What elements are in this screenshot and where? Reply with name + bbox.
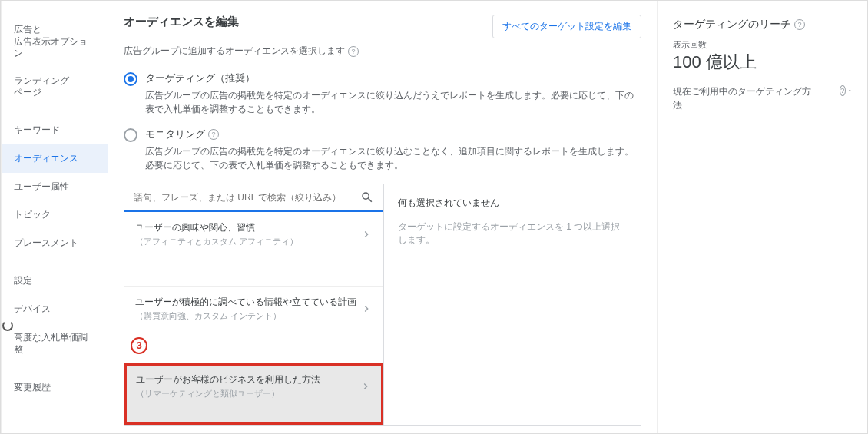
sidebar-item-change-history[interactable]: 変更履歴	[2, 373, 108, 402]
radio-desc-monitoring: 広告グループの広告の掲載先を特定のオーディエンスに絞り込むことなく、追加項目に関…	[145, 144, 641, 173]
chevron-right-icon	[360, 303, 373, 315]
chevron-right-icon	[360, 228, 373, 240]
impressions-label: 表示回数	[673, 39, 852, 51]
annotation-marker-3: 3	[131, 337, 147, 354]
help-icon[interactable]: ?	[348, 46, 359, 57]
radio-label-monitoring: モニタリング ?	[145, 128, 641, 141]
option-in-market-sub: （購買意向強、カスタム インテント）	[135, 310, 356, 322]
reach-panel: ターゲティングのリーチ ? 表示回数 100 億以上 現在ご利用中のターゲティン…	[657, 1, 867, 433]
option-remarketing-title: ユーザーがお客様のビジネスを利用した方法	[136, 373, 320, 386]
impressions-value: 100 億以上	[673, 51, 852, 74]
option-affinity[interactable]: ユーザーの興味や関心、習慣 （アフィニティとカスタム アフィニティ）	[124, 212, 383, 257]
search-input[interactable]	[134, 192, 360, 203]
help-icon[interactable]: ?	[794, 19, 805, 30]
help-icon[interactable]: ?	[840, 85, 846, 96]
radio-button-targeting[interactable]	[124, 72, 137, 86]
sidebar-item-placements[interactable]: プレースメント	[2, 229, 108, 257]
chevron-down-icon	[847, 85, 852, 96]
subtitle-text: 広告グループに追加するオーディエンスを選択します	[124, 45, 345, 58]
radio-label-targeting: ターゲティング（推奨）	[145, 71, 641, 85]
edit-all-targeting-button[interactable]: すべてのターゲット設定を編集	[492, 15, 641, 38]
audience-picker: ユーザーの興味や関心、習慣 （アフィニティとカスタム アフィニティ） ユーザーが…	[124, 184, 384, 425]
option-remarketing-wrap: 3 ユーザーがお客様のビジネスを利用した方法 （リマーケティングと類似ユーザー）	[124, 363, 383, 425]
sidebar-item-bid-adjustments[interactable]: 高度な入札単価調整	[2, 323, 108, 365]
option-remarketing-sub: （リマーケティングと類似ユーザー）	[136, 388, 320, 399]
page-subtitle: 広告グループに追加するオーディエンスを選択します ?	[124, 45, 641, 58]
sidebar-item-devices[interactable]: デバイス	[2, 295, 108, 323]
empty-selection-hint: ターゲットに設定するオーディエンスを 1 つ以上選択します。	[398, 220, 627, 247]
option-affinity-title: ユーザーの興味や関心、習慣	[135, 221, 298, 234]
chevron-right-icon	[359, 380, 372, 393]
reach-current-desc: 現在ご利用中のターゲティング方法	[673, 84, 811, 112]
radio-desc-targeting: 広告グループの広告の掲載先を特定のオーディエンスに絞り込んだうえでレポートを生成…	[145, 88, 641, 117]
sidebar-item-ads-extensions[interactable]: 広告と 広告表示オプション	[2, 16, 108, 68]
option-affinity-sub: （アフィニティとカスタム アフィニティ）	[135, 236, 298, 247]
radio-button-monitoring[interactable]	[124, 128, 137, 142]
reach-title-text: ターゲティングのリーチ	[673, 18, 791, 31]
sidebar-item-landing-page[interactable]: ランディング ページ	[2, 68, 108, 107]
radio-monitoring[interactable]: モニタリング ? 広告グループの広告の掲載先を特定のオーディエンスに絞り込むこと…	[124, 128, 641, 173]
radio-label-monitoring-text: モニタリング	[145, 128, 205, 141]
help-icon[interactable]: ?	[208, 129, 219, 140]
option-in-market-title: ユーザーが積極的に調べている情報や立てている計画	[135, 296, 356, 309]
sidebar-item-keywords[interactable]: キーワード	[2, 116, 108, 144]
audience-panels: ユーザーの興味や関心、習慣 （アフィニティとカスタム アフィニティ） ユーザーが…	[124, 184, 641, 426]
radio-targeting[interactable]: ターゲティング（推奨） 広告グループの広告の掲載先を特定のオーディエンスに絞り込…	[124, 71, 641, 117]
expand-reach-button[interactable]: ?	[840, 84, 852, 97]
main-content: オーディエンスを編集 すべてのターゲット設定を編集 広告グループに追加するオーデ…	[108, 1, 657, 433]
option-in-market[interactable]: ユーザーが積極的に調べている情報や立てている計画 （購買意向強、カスタム インテ…	[124, 286, 383, 331]
option-remarketing[interactable]: ユーザーがお客様のビジネスを利用した方法 （リマーケティングと類似ユーザー）	[127, 366, 381, 407]
search-icon[interactable]	[360, 190, 374, 204]
sidebar-item-topics[interactable]: トピック	[2, 200, 108, 229]
empty-selection-label: 何も選択されていません	[398, 197, 627, 210]
selected-audiences-panel: 何も選択されていません ターゲットに設定するオーディエンスを 1 つ以上選択しま…	[384, 184, 641, 425]
loading-spinner-icon	[2, 320, 13, 331]
sidebar-item-demographics[interactable]: ユーザー属性	[2, 173, 108, 201]
sidebar-item-settings[interactable]: 設定	[2, 267, 108, 295]
sidebar: 広告と 広告表示オプション ランディング ページ キーワード オーディエンス ユ…	[1, 1, 108, 433]
reach-title: ターゲティングのリーチ ?	[673, 18, 852, 31]
sidebar-item-audiences[interactable]: オーディエンス	[2, 144, 108, 173]
page-title: オーディエンスを編集	[124, 15, 239, 29]
